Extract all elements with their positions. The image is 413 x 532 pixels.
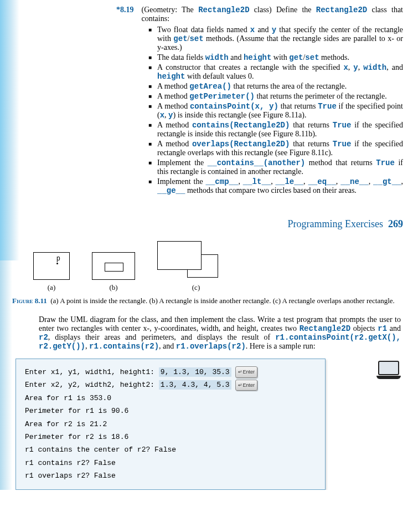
run-line: r1 overlaps r2? False	[25, 469, 316, 482]
laptop-icon	[376, 361, 401, 380]
var-y: y	[353, 63, 358, 72]
label-c: (c)	[157, 283, 235, 292]
text: A method	[157, 82, 189, 90]
text: methods.	[319, 53, 349, 62]
label-a: (a)	[33, 283, 70, 292]
list-item: A constructor that creates a rectangle w…	[148, 63, 403, 81]
run-line: Perimeter for r1 is 90.6	[25, 405, 316, 417]
list-item: A method getArea() that returns the area…	[148, 82, 403, 91]
text: with default values 0.	[185, 72, 254, 80]
text: , and	[386, 63, 403, 71]
exercise-title: (Geometry: The Rectangle2D class) Define…	[142, 6, 404, 23]
method-lt: __lt__	[243, 177, 271, 186]
method-ge: __ge__	[157, 186, 185, 195]
running-header: Programming Exercises 269	[0, 218, 403, 230]
text: A method	[157, 102, 190, 110]
text: A method	[157, 92, 189, 100]
run-line: Enter x1, y1, width1, height1: 9, 1.3, 1…	[25, 366, 316, 378]
text: and	[255, 25, 272, 34]
call-contains: r1.contains(r2)	[89, 342, 159, 351]
point-icon	[56, 263, 58, 264]
text: ,	[85, 342, 89, 350]
var-width: width	[205, 53, 229, 62]
text: , and	[159, 342, 176, 350]
text: ) is inside this rectangle (see Figure 8…	[173, 111, 306, 119]
text: methods that compare two circles based o…	[185, 186, 356, 195]
prompt-text: Enter x1, y1, width1, height1:	[25, 368, 159, 376]
method-le: __le__	[276, 177, 303, 186]
list-item: Two float data fields named x and y that…	[148, 25, 403, 52]
text: objects	[350, 324, 378, 332]
figure-illustration: p	[33, 241, 413, 280]
run-line: Area for r1 is 353.0	[25, 392, 316, 405]
kw-true: True	[333, 140, 352, 149]
kw-set: set	[189, 34, 203, 43]
text: (Geometry: The	[142, 6, 199, 14]
kw-get: get	[173, 34, 187, 43]
text: that returns the perimeter of the rectan…	[255, 92, 387, 100]
method-getarea: getArea()	[189, 82, 231, 91]
method-containspoint: containsPoint(x, y)	[190, 102, 278, 111]
var-x: x	[343, 63, 348, 72]
var-r2: r2	[39, 333, 48, 342]
kw-set: set	[305, 53, 319, 62]
point-label: p	[56, 255, 60, 263]
kw-get: get	[289, 53, 303, 62]
figure-b	[92, 252, 135, 280]
page-margin-gradient-bottom	[0, 260, 12, 490]
page-margin-gradient-top	[0, 0, 19, 260]
text: , displays their areas and perimeters, a…	[48, 333, 275, 341]
method-ne: __ne__	[340, 177, 368, 186]
var-r1: r1	[378, 324, 387, 333]
figure-labels: (a) (b) (c)	[33, 283, 413, 292]
class-name: Rectangle2D	[300, 324, 350, 333]
page-number: 269	[388, 218, 403, 229]
label-b: (b)	[92, 283, 135, 292]
text: with	[271, 53, 289, 62]
enter-key-icon: ↵Enter	[235, 380, 257, 391]
method-overlaps: overlaps(Rectangle2D)	[192, 140, 290, 149]
text: method that returns	[305, 158, 376, 167]
list-item: A method overlaps(Rectangle2D) that retu…	[148, 140, 403, 157]
list-item: Implement the __contains__(another) meth…	[148, 158, 403, 176]
overlap-rect-front-icon	[157, 241, 202, 270]
var-width: width	[363, 63, 386, 72]
var-height: height	[244, 53, 271, 62]
figure-c	[157, 241, 235, 280]
text: Implement the	[157, 177, 206, 186]
enter-key-icon: ↵Enter	[235, 366, 257, 377]
method-getperimeter: getPerimeter()	[189, 92, 255, 101]
kw-true: True	[376, 158, 395, 167]
text: A method	[157, 140, 192, 148]
text: A constructor that creates a rectangle w…	[157, 63, 343, 71]
text: and	[229, 53, 244, 62]
method-contains: contains(Rectangle2D)	[192, 121, 290, 130]
var-height: height	[157, 72, 185, 81]
method-dunder-contains: __contains__(another)	[208, 158, 305, 167]
section-title: Programming Exercises	[288, 218, 383, 229]
figure-label: Figure 8.11	[12, 296, 47, 305]
run-line: r1 contains r2? False	[25, 457, 316, 469]
text: and	[387, 324, 401, 332]
text: ,	[401, 177, 404, 186]
run-line: Area for r2 is 21.2	[25, 418, 316, 431]
list-item: Implement the __cmp__, __lt__, __le__, _…	[148, 177, 403, 195]
text: ,	[271, 177, 275, 186]
text: The data fields	[157, 53, 205, 62]
method-gt: __gt__	[373, 177, 401, 186]
text: ,	[336, 177, 340, 186]
run-line: Perimeter for r2 is 18.6	[25, 431, 316, 443]
text: that returns	[290, 140, 332, 148]
requirements-list: Two float data fields named x and y that…	[116, 25, 403, 195]
list-item: A method getPerimeter() that returns the…	[148, 92, 403, 101]
text: class) Define the	[250, 6, 316, 14]
method-eq: __eq__	[308, 177, 335, 186]
text: ,	[238, 177, 242, 186]
var-x: x	[250, 25, 255, 34]
text: A method	[157, 121, 192, 129]
list-item: A method contains(Rectangle2D) that retu…	[148, 121, 403, 139]
text: that returns	[278, 102, 318, 110]
figure-caption: Figure 8.11 (a) A point is inside the re…	[12, 296, 403, 305]
var-y: y	[272, 25, 276, 34]
list-item: The data fields width and height with ge…	[148, 53, 403, 62]
